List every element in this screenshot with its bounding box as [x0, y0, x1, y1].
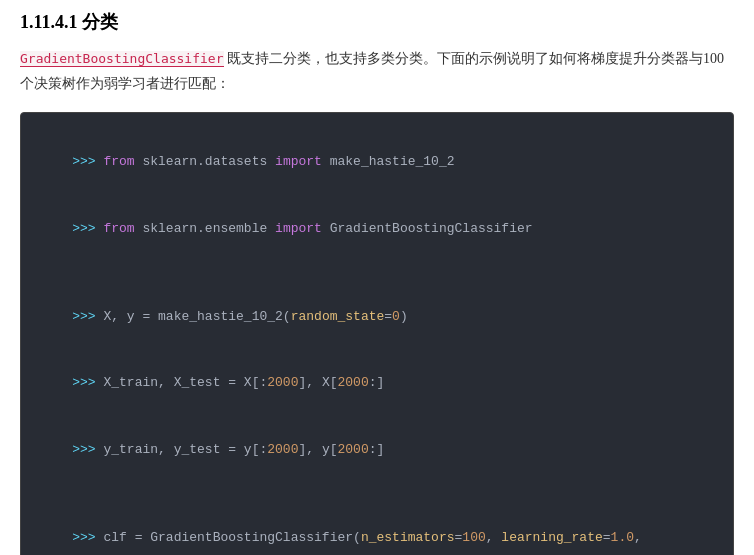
intro-paragraph: GradientBoostingClassifier 既支持二分类，也支持多类分…	[20, 46, 734, 96]
code-prompt-3: >>>	[72, 309, 103, 324]
code-kw-from-1: from	[103, 154, 134, 169]
gradient-boosting-classifier-link[interactable]: GradientBoostingClassifier	[20, 51, 224, 67]
code-prompt-6: >>>	[72, 530, 103, 545]
code-block: >>> from sklearn.datasets import make_ha…	[20, 112, 734, 555]
page-title: 1.11.4.1 分类	[20, 10, 734, 34]
code-line-6: >>> clf = GradientBoostingClassifier(n_e…	[41, 505, 713, 555]
code-line-1: >>> from sklearn.datasets import make_ha…	[41, 129, 713, 195]
code-prompt-4: >>>	[72, 375, 103, 390]
code-line-4: >>> X_train, X_test = X[:2000], X[2000:]	[41, 350, 713, 416]
code-line-5: >>> y_train, y_test = y[:2000], y[2000:]	[41, 417, 713, 483]
code-line-3: >>> X, y = make_hastie_10_2(random_state…	[41, 284, 713, 350]
code-line-2: >>> from sklearn.ensemble import Gradien…	[41, 196, 713, 262]
code-empty-1	[41, 262, 713, 284]
code-prompt-1: >>>	[72, 154, 103, 169]
code-prompt-2: >>>	[72, 221, 103, 236]
code-prompt-5: >>>	[72, 442, 103, 457]
code-kw-import-1: import	[275, 154, 322, 169]
code-empty-2	[41, 483, 713, 505]
code-kw-from-2: from	[103, 221, 134, 236]
code-kw-import-2: import	[275, 221, 322, 236]
